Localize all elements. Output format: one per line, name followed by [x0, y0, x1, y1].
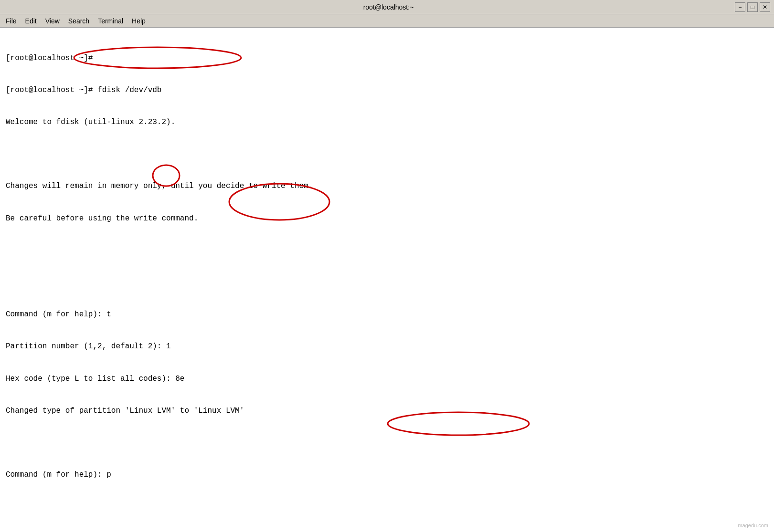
terminal-line-6 [6, 245, 768, 256]
maximize-button[interactable]: □ [747, 2, 758, 12]
terminal-line-11: Changed type of partition 'Linux LVM' to… [6, 406, 768, 416]
terminal-line-9: Partition number (1,2, default 2): 1 [6, 341, 768, 352]
terminal-window: root@localhost:~ − □ ✕ File Edit View Se… [0, 0, 774, 532]
minimize-button[interactable]: − [735, 2, 745, 12]
terminal-line-8: Command (m for help): t [6, 309, 768, 320]
terminal-area[interactable]: [root@localhost ~]# [root@localhost ~]# … [0, 28, 774, 532]
title-bar: root@localhost:~ − □ ✕ [0, 0, 774, 14]
terminal-line-12 [6, 438, 768, 448]
terminal-line-5: Be careful before using the write comman… [6, 213, 768, 224]
terminal-line-4: Changes will remain in memory only, unti… [6, 181, 768, 191]
window-title: root@localhost:~ [42, 3, 735, 11]
watermark: magedu.com [738, 522, 768, 528]
terminal-line-14 [6, 501, 768, 512]
terminal-line-10: Hex code (type L to list all codes): 8e [6, 374, 768, 384]
window-controls: − □ ✕ [735, 2, 770, 12]
menu-bar: File Edit View Search Terminal Help [0, 14, 774, 28]
menu-search[interactable]: Search [64, 16, 93, 26]
menu-terminal[interactable]: Terminal [94, 16, 127, 26]
terminal-content: [root@localhost ~]# [root@localhost ~]# … [6, 31, 768, 532]
terminal-line-2: Welcome to fdisk (util-linux 2.23.2). [6, 117, 768, 127]
terminal-line-1: [root@localhost ~]# fdisk /dev/vdb [6, 85, 768, 95]
terminal-line-3 [6, 149, 768, 159]
menu-view[interactable]: View [42, 16, 64, 26]
terminal-line-0: [root@localhost ~]# [6, 53, 768, 63]
menu-edit[interactable]: Edit [21, 16, 41, 26]
menu-help[interactable]: Help [128, 16, 149, 26]
terminal-line-13: Command (m for help): p [6, 469, 768, 480]
close-button[interactable]: ✕ [760, 2, 770, 12]
menu-file[interactable]: File [2, 16, 21, 26]
terminal-line-7 [6, 277, 768, 288]
